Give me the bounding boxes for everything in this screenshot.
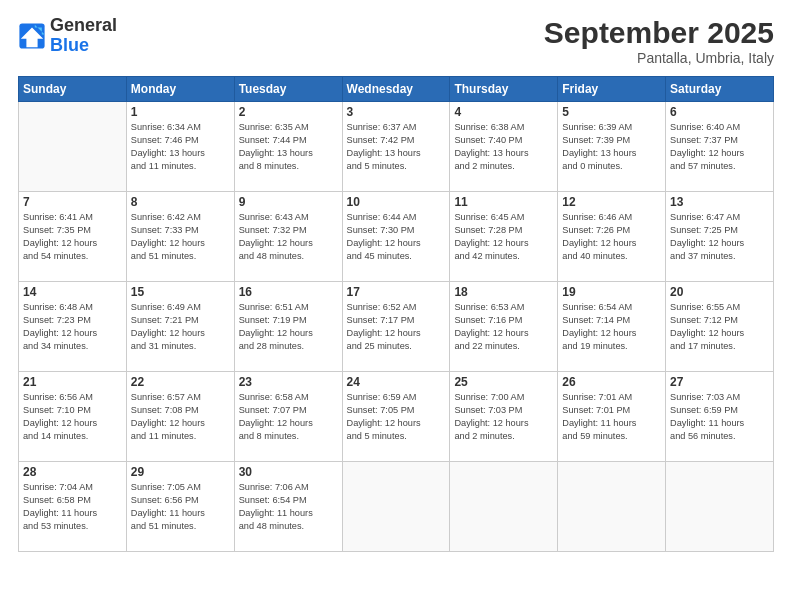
calendar-week-row: 7Sunrise: 6:41 AM Sunset: 7:35 PM Daylig… bbox=[19, 192, 774, 282]
day-number: 25 bbox=[454, 375, 553, 389]
day-number: 14 bbox=[23, 285, 122, 299]
day-info: Sunrise: 6:49 AM Sunset: 7:21 PM Dayligh… bbox=[131, 301, 230, 353]
day-number: 19 bbox=[562, 285, 661, 299]
logo-line1: General bbox=[50, 16, 117, 36]
calendar-cell: 19Sunrise: 6:54 AM Sunset: 7:14 PM Dayli… bbox=[558, 282, 666, 372]
title-block: September 2025 Pantalla, Umbria, Italy bbox=[544, 16, 774, 66]
calendar-week-row: 28Sunrise: 7:04 AM Sunset: 6:58 PM Dayli… bbox=[19, 462, 774, 552]
day-info: Sunrise: 6:41 AM Sunset: 7:35 PM Dayligh… bbox=[23, 211, 122, 263]
day-number: 22 bbox=[131, 375, 230, 389]
calendar-cell bbox=[19, 102, 127, 192]
day-number: 17 bbox=[347, 285, 446, 299]
calendar-cell: 8Sunrise: 6:42 AM Sunset: 7:33 PM Daylig… bbox=[126, 192, 234, 282]
day-info: Sunrise: 7:00 AM Sunset: 7:03 PM Dayligh… bbox=[454, 391, 553, 443]
calendar-cell: 25Sunrise: 7:00 AM Sunset: 7:03 PM Dayli… bbox=[450, 372, 558, 462]
day-number: 13 bbox=[670, 195, 769, 209]
day-number: 15 bbox=[131, 285, 230, 299]
calendar-cell: 29Sunrise: 7:05 AM Sunset: 6:56 PM Dayli… bbox=[126, 462, 234, 552]
day-info: Sunrise: 6:45 AM Sunset: 7:28 PM Dayligh… bbox=[454, 211, 553, 263]
calendar-week-row: 21Sunrise: 6:56 AM Sunset: 7:10 PM Dayli… bbox=[19, 372, 774, 462]
day-number: 11 bbox=[454, 195, 553, 209]
calendar-cell: 30Sunrise: 7:06 AM Sunset: 6:54 PM Dayli… bbox=[234, 462, 342, 552]
logo: General Blue bbox=[18, 16, 117, 56]
day-number: 18 bbox=[454, 285, 553, 299]
calendar-week-row: 1Sunrise: 6:34 AM Sunset: 7:46 PM Daylig… bbox=[19, 102, 774, 192]
day-info: Sunrise: 6:44 AM Sunset: 7:30 PM Dayligh… bbox=[347, 211, 446, 263]
month-title: September 2025 bbox=[544, 16, 774, 50]
calendar-cell bbox=[450, 462, 558, 552]
weekday-header: Thursday bbox=[450, 77, 558, 102]
day-info: Sunrise: 6:51 AM Sunset: 7:19 PM Dayligh… bbox=[239, 301, 338, 353]
day-number: 3 bbox=[347, 105, 446, 119]
day-info: Sunrise: 6:54 AM Sunset: 7:14 PM Dayligh… bbox=[562, 301, 661, 353]
day-number: 26 bbox=[562, 375, 661, 389]
calendar-cell: 28Sunrise: 7:04 AM Sunset: 6:58 PM Dayli… bbox=[19, 462, 127, 552]
calendar-cell: 22Sunrise: 6:57 AM Sunset: 7:08 PM Dayli… bbox=[126, 372, 234, 462]
weekday-header: Friday bbox=[558, 77, 666, 102]
page: General Blue September 2025 Pantalla, Um… bbox=[0, 0, 792, 612]
calendar-cell: 14Sunrise: 6:48 AM Sunset: 7:23 PM Dayli… bbox=[19, 282, 127, 372]
day-number: 24 bbox=[347, 375, 446, 389]
day-info: Sunrise: 7:04 AM Sunset: 6:58 PM Dayligh… bbox=[23, 481, 122, 533]
calendar-cell: 4Sunrise: 6:38 AM Sunset: 7:40 PM Daylig… bbox=[450, 102, 558, 192]
day-info: Sunrise: 7:05 AM Sunset: 6:56 PM Dayligh… bbox=[131, 481, 230, 533]
day-number: 27 bbox=[670, 375, 769, 389]
day-number: 6 bbox=[670, 105, 769, 119]
day-number: 30 bbox=[239, 465, 338, 479]
calendar-cell: 9Sunrise: 6:43 AM Sunset: 7:32 PM Daylig… bbox=[234, 192, 342, 282]
day-number: 5 bbox=[562, 105, 661, 119]
logo-line2: Blue bbox=[50, 36, 117, 56]
calendar-cell bbox=[558, 462, 666, 552]
day-info: Sunrise: 6:42 AM Sunset: 7:33 PM Dayligh… bbox=[131, 211, 230, 263]
header: General Blue September 2025 Pantalla, Um… bbox=[18, 16, 774, 66]
day-number: 9 bbox=[239, 195, 338, 209]
day-number: 28 bbox=[23, 465, 122, 479]
calendar-cell: 7Sunrise: 6:41 AM Sunset: 7:35 PM Daylig… bbox=[19, 192, 127, 282]
calendar-cell bbox=[342, 462, 450, 552]
day-info: Sunrise: 6:53 AM Sunset: 7:16 PM Dayligh… bbox=[454, 301, 553, 353]
calendar-cell: 18Sunrise: 6:53 AM Sunset: 7:16 PM Dayli… bbox=[450, 282, 558, 372]
weekday-header: Monday bbox=[126, 77, 234, 102]
calendar-cell: 27Sunrise: 7:03 AM Sunset: 6:59 PM Dayli… bbox=[666, 372, 774, 462]
calendar-cell: 5Sunrise: 6:39 AM Sunset: 7:39 PM Daylig… bbox=[558, 102, 666, 192]
day-info: Sunrise: 6:48 AM Sunset: 7:23 PM Dayligh… bbox=[23, 301, 122, 353]
location: Pantalla, Umbria, Italy bbox=[544, 50, 774, 66]
calendar-cell: 20Sunrise: 6:55 AM Sunset: 7:12 PM Dayli… bbox=[666, 282, 774, 372]
day-info: Sunrise: 7:01 AM Sunset: 7:01 PM Dayligh… bbox=[562, 391, 661, 443]
weekday-header: Sunday bbox=[19, 77, 127, 102]
calendar-cell: 1Sunrise: 6:34 AM Sunset: 7:46 PM Daylig… bbox=[126, 102, 234, 192]
calendar-cell: 2Sunrise: 6:35 AM Sunset: 7:44 PM Daylig… bbox=[234, 102, 342, 192]
day-info: Sunrise: 6:46 AM Sunset: 7:26 PM Dayligh… bbox=[562, 211, 661, 263]
day-info: Sunrise: 6:35 AM Sunset: 7:44 PM Dayligh… bbox=[239, 121, 338, 173]
calendar-cell: 23Sunrise: 6:58 AM Sunset: 7:07 PM Dayli… bbox=[234, 372, 342, 462]
day-number: 21 bbox=[23, 375, 122, 389]
day-number: 2 bbox=[239, 105, 338, 119]
calendar-header-row: SundayMondayTuesdayWednesdayThursdayFrid… bbox=[19, 77, 774, 102]
logo-icon bbox=[18, 22, 46, 50]
day-info: Sunrise: 6:57 AM Sunset: 7:08 PM Dayligh… bbox=[131, 391, 230, 443]
calendar-cell: 12Sunrise: 6:46 AM Sunset: 7:26 PM Dayli… bbox=[558, 192, 666, 282]
calendar-cell: 17Sunrise: 6:52 AM Sunset: 7:17 PM Dayli… bbox=[342, 282, 450, 372]
calendar-cell: 21Sunrise: 6:56 AM Sunset: 7:10 PM Dayli… bbox=[19, 372, 127, 462]
calendar-table: SundayMondayTuesdayWednesdayThursdayFrid… bbox=[18, 76, 774, 552]
day-info: Sunrise: 6:47 AM Sunset: 7:25 PM Dayligh… bbox=[670, 211, 769, 263]
calendar-cell: 26Sunrise: 7:01 AM Sunset: 7:01 PM Dayli… bbox=[558, 372, 666, 462]
day-info: Sunrise: 7:06 AM Sunset: 6:54 PM Dayligh… bbox=[239, 481, 338, 533]
weekday-header: Tuesday bbox=[234, 77, 342, 102]
day-number: 10 bbox=[347, 195, 446, 209]
day-number: 8 bbox=[131, 195, 230, 209]
calendar-cell: 16Sunrise: 6:51 AM Sunset: 7:19 PM Dayli… bbox=[234, 282, 342, 372]
day-number: 20 bbox=[670, 285, 769, 299]
calendar-cell: 3Sunrise: 6:37 AM Sunset: 7:42 PM Daylig… bbox=[342, 102, 450, 192]
calendar-cell bbox=[666, 462, 774, 552]
day-info: Sunrise: 6:52 AM Sunset: 7:17 PM Dayligh… bbox=[347, 301, 446, 353]
day-info: Sunrise: 6:43 AM Sunset: 7:32 PM Dayligh… bbox=[239, 211, 338, 263]
calendar-cell: 10Sunrise: 6:44 AM Sunset: 7:30 PM Dayli… bbox=[342, 192, 450, 282]
weekday-header: Saturday bbox=[666, 77, 774, 102]
calendar-cell: 15Sunrise: 6:49 AM Sunset: 7:21 PM Dayli… bbox=[126, 282, 234, 372]
day-number: 12 bbox=[562, 195, 661, 209]
day-info: Sunrise: 6:58 AM Sunset: 7:07 PM Dayligh… bbox=[239, 391, 338, 443]
calendar-cell: 13Sunrise: 6:47 AM Sunset: 7:25 PM Dayli… bbox=[666, 192, 774, 282]
day-number: 7 bbox=[23, 195, 122, 209]
weekday-header: Wednesday bbox=[342, 77, 450, 102]
